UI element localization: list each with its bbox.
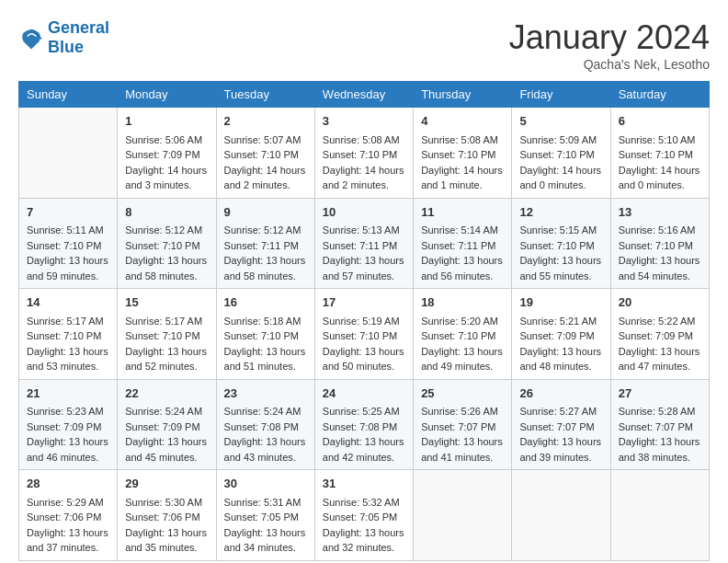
sunset-text: Sunset: 7:10 PM	[224, 328, 307, 344]
sunset-text: Sunset: 7:09 PM	[125, 419, 208, 435]
daylight-text: Daylight: 13 hours and 50 minutes.	[323, 344, 405, 374]
calendar-cell: 20Sunrise: 5:22 AMSunset: 7:09 PMDayligh…	[610, 289, 709, 380]
calendar-cell: 11Sunrise: 5:14 AMSunset: 7:11 PMDayligh…	[414, 198, 512, 289]
calendar-cell: 14Sunrise: 5:17 AMSunset: 7:10 PMDayligh…	[19, 289, 118, 380]
sunset-text: Sunset: 7:10 PM	[421, 328, 504, 344]
daylight-text: Daylight: 13 hours and 43 minutes.	[224, 434, 307, 465]
calendar-cell	[610, 470, 709, 561]
sunrise-text: Sunrise: 5:31 AM	[224, 495, 307, 511]
day-number: 31	[323, 475, 405, 493]
day-number: 24	[323, 385, 405, 403]
sunrise-text: Sunrise: 5:08 AM	[323, 132, 405, 148]
sunrise-text: Sunrise: 5:26 AM	[421, 404, 504, 419]
day-number: 8	[125, 203, 208, 222]
calendar-table: SundayMondayTuesdayWednesdayThursdayFrid…	[18, 81, 710, 561]
sunset-text: Sunset: 7:07 PM	[619, 419, 701, 435]
calendar-cell: 22Sunrise: 5:24 AMSunset: 7:09 PMDayligh…	[118, 379, 216, 470]
sunrise-text: Sunrise: 5:17 AM	[27, 314, 109, 329]
day-number: 9	[224, 203, 307, 222]
daylight-text: Daylight: 13 hours and 57 minutes.	[323, 253, 405, 283]
sunset-text: Sunset: 7:10 PM	[323, 147, 405, 163]
sunset-text: Sunset: 7:05 PM	[224, 510, 307, 525]
sunset-text: Sunset: 7:10 PM	[27, 238, 109, 254]
day-number: 6	[619, 112, 701, 131]
calendar-week-row: 21Sunrise: 5:23 AMSunset: 7:09 PMDayligh…	[19, 379, 710, 470]
calendar-cell	[19, 108, 118, 199]
sunrise-text: Sunrise: 5:19 AM	[323, 314, 405, 329]
sunrise-text: Sunrise: 5:12 AM	[125, 223, 208, 238]
sunset-text: Sunset: 7:09 PM	[27, 419, 109, 435]
calendar-cell: 8Sunrise: 5:12 AMSunset: 7:10 PMDaylight…	[118, 198, 216, 289]
daylight-text: Daylight: 13 hours and 41 minutes.	[421, 434, 504, 465]
logo-text: General Blue	[48, 18, 109, 57]
day-number: 23	[224, 385, 307, 403]
daylight-text: Daylight: 13 hours and 54 minutes.	[619, 253, 701, 283]
sunset-text: Sunset: 7:10 PM	[519, 147, 602, 163]
sunrise-text: Sunrise: 5:21 AM	[519, 314, 602, 329]
calendar-cell: 21Sunrise: 5:23 AMSunset: 7:09 PMDayligh…	[19, 379, 118, 470]
calendar-cell: 25Sunrise: 5:26 AMSunset: 7:07 PMDayligh…	[414, 379, 512, 470]
day-number: 21	[27, 385, 109, 403]
sunrise-text: Sunrise: 5:29 AM	[27, 495, 109, 511]
sunset-text: Sunset: 7:09 PM	[619, 328, 701, 344]
title-block: January 2024 Qacha's Nek, Lesotho	[509, 18, 710, 72]
day-number: 29	[125, 475, 208, 493]
calendar-cell: 6Sunrise: 5:10 AMSunset: 7:10 PMDaylight…	[610, 108, 709, 199]
sunset-text: Sunset: 7:11 PM	[421, 238, 504, 254]
calendar-cell: 29Sunrise: 5:30 AMSunset: 7:06 PMDayligh…	[118, 470, 216, 561]
day-number: 3	[323, 112, 405, 131]
day-number: 12	[519, 203, 602, 222]
sunset-text: Sunset: 7:11 PM	[323, 238, 405, 254]
sunrise-text: Sunrise: 5:17 AM	[125, 314, 208, 329]
sunrise-text: Sunrise: 5:14 AM	[421, 223, 504, 238]
day-number: 17	[323, 293, 405, 312]
page-header: General Blue January 2024 Qacha's Nek, L…	[18, 18, 710, 72]
calendar-cell: 12Sunrise: 5:15 AMSunset: 7:10 PMDayligh…	[512, 198, 610, 289]
sunset-text: Sunset: 7:07 PM	[421, 419, 504, 435]
calendar-cell	[414, 470, 512, 561]
daylight-text: Daylight: 13 hours and 42 minutes.	[323, 434, 405, 465]
weekday-header-row: SundayMondayTuesdayWednesdayThursdayFrid…	[19, 82, 710, 108]
sunrise-text: Sunrise: 5:12 AM	[224, 223, 307, 238]
calendar-cell: 28Sunrise: 5:29 AMSunset: 7:06 PMDayligh…	[19, 470, 118, 561]
calendar-cell: 19Sunrise: 5:21 AMSunset: 7:09 PMDayligh…	[512, 289, 610, 380]
day-number: 2	[224, 112, 307, 131]
day-number: 18	[421, 293, 504, 312]
daylight-text: Daylight: 13 hours and 39 minutes.	[519, 434, 602, 465]
sunrise-text: Sunrise: 5:25 AM	[323, 404, 405, 419]
calendar-week-row: 14Sunrise: 5:17 AMSunset: 7:10 PMDayligh…	[19, 289, 710, 380]
daylight-text: Daylight: 13 hours and 58 minutes.	[224, 253, 307, 283]
daylight-text: Daylight: 14 hours and 0 minutes.	[619, 163, 701, 193]
weekday-header: Saturday	[610, 82, 709, 108]
calendar-cell: 27Sunrise: 5:28 AMSunset: 7:07 PMDayligh…	[610, 379, 709, 470]
day-number: 11	[421, 203, 504, 222]
sunrise-text: Sunrise: 5:06 AM	[125, 132, 208, 148]
calendar-cell: 2Sunrise: 5:07 AMSunset: 7:10 PMDaylight…	[216, 108, 314, 199]
sunset-text: Sunset: 7:05 PM	[323, 510, 405, 525]
calendar-cell: 17Sunrise: 5:19 AMSunset: 7:10 PMDayligh…	[314, 289, 413, 380]
daylight-text: Daylight: 13 hours and 52 minutes.	[125, 344, 208, 374]
sunset-text: Sunset: 7:10 PM	[125, 238, 208, 254]
sunrise-text: Sunrise: 5:22 AM	[619, 314, 701, 329]
day-number: 1	[125, 112, 208, 131]
daylight-text: Daylight: 13 hours and 53 minutes.	[27, 344, 109, 374]
weekday-header: Monday	[118, 82, 216, 108]
sunset-text: Sunset: 7:10 PM	[125, 328, 208, 344]
day-number: 25	[421, 385, 504, 403]
day-number: 5	[519, 112, 602, 131]
sunset-text: Sunset: 7:10 PM	[619, 147, 701, 163]
daylight-text: Daylight: 13 hours and 55 minutes.	[519, 253, 602, 283]
daylight-text: Daylight: 13 hours and 46 minutes.	[27, 434, 109, 465]
daylight-text: Daylight: 13 hours and 58 minutes.	[125, 253, 208, 283]
sunset-text: Sunset: 7:06 PM	[125, 510, 208, 525]
sunset-text: Sunset: 7:09 PM	[519, 328, 602, 344]
weekday-header: Wednesday	[314, 82, 413, 108]
weekday-header: Thursday	[414, 82, 512, 108]
sunrise-text: Sunrise: 5:27 AM	[519, 404, 602, 419]
sunrise-text: Sunrise: 5:24 AM	[224, 404, 307, 419]
weekday-header: Sunday	[19, 82, 118, 108]
daylight-text: Daylight: 13 hours and 37 minutes.	[27, 525, 109, 556]
calendar-cell: 4Sunrise: 5:08 AMSunset: 7:10 PMDaylight…	[414, 108, 512, 199]
daylight-text: Daylight: 13 hours and 34 minutes.	[224, 525, 307, 556]
daylight-text: Daylight: 13 hours and 56 minutes.	[421, 253, 504, 283]
